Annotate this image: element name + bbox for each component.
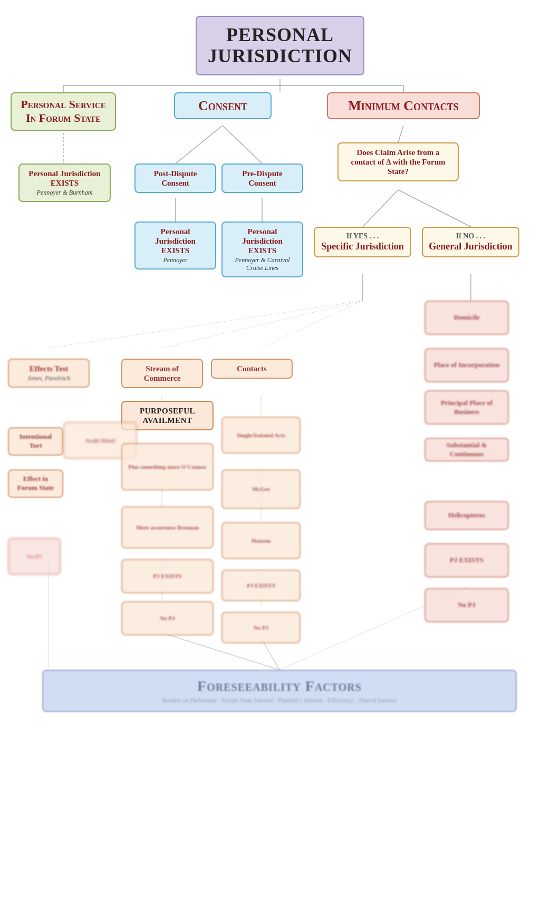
- gj-box-4: Substantial & Continuous: [424, 438, 509, 461]
- fairness-factors-label: Foreseeability Factors: [197, 678, 362, 695]
- pj-pennoyer-label: Personal Jurisdiction EXISTS: [141, 227, 210, 255]
- svg-line-13: [261, 301, 363, 348]
- pj-pennoyer-box: Personal Jurisdiction EXISTS Pennoyer: [134, 222, 216, 270]
- pre-dispute-label: Pre-Dispute Consent: [228, 169, 297, 188]
- general-jurisdiction-main: General Jurisdiction: [429, 241, 513, 253]
- svg-line-5: [176, 126, 223, 163]
- gj-box-7: No PJ: [424, 588, 509, 622]
- svg-line-11: [398, 190, 471, 227]
- fl-box-1: No PJ: [8, 538, 61, 575]
- mid-box-5: No PJ: [121, 601, 214, 636]
- svg-line-6: [223, 126, 262, 163]
- intentional-tort-box: Intentional Tort: [8, 427, 63, 456]
- stream-commerce-box: Stream of Commerce: [121, 359, 203, 388]
- post-dispute-label: Post-Dispute Consent: [141, 169, 210, 188]
- general-jurisdiction-label: If NO . . .: [456, 232, 486, 241]
- gj-box-5: Helicopteros: [424, 501, 509, 530]
- gj-box-6: PJ EXISTS: [424, 543, 509, 578]
- pj-carnival-box: Personal Jurisdiction EXISTS Pennoyer & …: [221, 222, 303, 277]
- rm-box-4: PJ EXISTS: [221, 570, 301, 601]
- pj-carnival-label: Personal Jurisdiction EXISTS: [228, 227, 297, 255]
- does-claim-label: Does Claim Arise from a contact of Δ wit…: [344, 148, 452, 176]
- pj-exists-left-label: Personal Jurisdiction EXISTS: [25, 169, 104, 188]
- minimum-contacts-box: Minimum Contacts: [327, 92, 480, 119]
- pj-pennoyer-sub: Pennoyer: [163, 256, 188, 264]
- purposeful-label: PURPOSEFUL AVAILMENT: [128, 406, 207, 425]
- gj-box-3: Principal Place of Business: [424, 390, 509, 425]
- pj-exists-left-box: Personal Jurisdiction EXISTS Pennoyer & …: [18, 163, 111, 202]
- effect-forum-label: Effect in Forum State: [14, 475, 57, 493]
- svg-line-10: [363, 190, 398, 227]
- consent-box: Consent: [174, 92, 272, 119]
- consent-label: Consent: [198, 98, 247, 114]
- minimum-contacts-label: Minimum Contacts: [348, 98, 459, 114]
- personal-service-box: Personal Service In Forum State: [11, 92, 116, 131]
- effect-forum-box: Effect in Forum State: [8, 469, 63, 498]
- general-jurisdiction-box: If NO . . . General Jurisdiction: [422, 227, 519, 257]
- gj-box-2: Place of Incorporation: [424, 348, 509, 382]
- svg-line-14: [162, 301, 363, 348]
- post-dispute-box: Post-Dispute Consent: [134, 163, 216, 193]
- pj-carnival-sub: Pennoyer & Carnival Cruise Lines: [228, 256, 297, 272]
- effects-test-box: Effects Test Jones, Pavolvich: [8, 359, 90, 388]
- rm-box-2: McGee: [221, 469, 301, 509]
- effects-test-label: Effects Test: [30, 364, 69, 373]
- svg-line-15: [49, 301, 363, 348]
- title-box: PERSONAL JURISDICTION: [196, 16, 364, 75]
- effects-test-sub: Jones, Pavolvich: [27, 374, 70, 382]
- personal-service-label: Personal Service In Forum State: [17, 98, 110, 126]
- rm-box-3: Hanson: [221, 522, 301, 559]
- mid-box-4: PJ EXISTS: [121, 559, 214, 593]
- pj-exists-left-sub: Pennoyer & Burnham: [37, 189, 93, 197]
- contacts-box: Contacts: [211, 359, 293, 379]
- mid-box-3: Mere awareness Brennan: [121, 506, 214, 548]
- stream-commerce-label: Stream of Commerce: [128, 364, 197, 383]
- svg-line-9: [398, 126, 403, 142]
- fairness-factors-box: Foreseeability Factors Burden on Defenda…: [42, 670, 517, 712]
- specific-jurisdiction-main: Specific Jurisdiction: [321, 241, 404, 253]
- intentional-tort-label: Intentional Tort: [14, 432, 57, 450]
- diagram: PERSONAL JURISDICTION Personal Service I…: [0, 0, 560, 924]
- gj-box-1: Domicile: [424, 301, 509, 335]
- mid-box-2: Plus something more O'Connor: [121, 443, 214, 490]
- specific-jurisdiction-box: If YES . . . Specific Jurisdiction: [314, 227, 411, 257]
- connectors: [0, 0, 560, 924]
- specific-jurisdiction-label: If YES . . .: [346, 232, 379, 241]
- contacts-label: Contacts: [237, 364, 267, 373]
- pre-dispute-box: Pre-Dispute Consent: [221, 163, 303, 193]
- rm-box-5: No PJ: [221, 612, 301, 643]
- title-text: PERSONAL JURISDICTION: [207, 25, 353, 66]
- rm-box-1: Single/Isolated Acts: [221, 417, 301, 454]
- does-claim-box: Does Claim Arise from a contact of Δ wit…: [337, 142, 459, 181]
